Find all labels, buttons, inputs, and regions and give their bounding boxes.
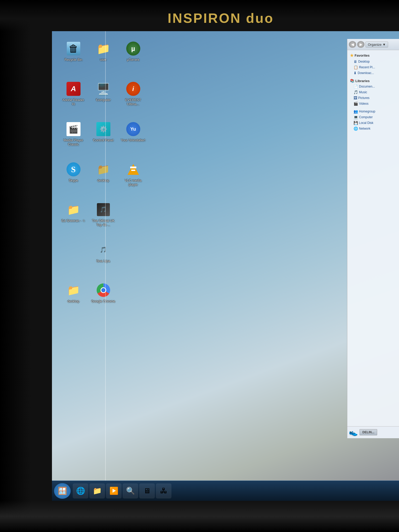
skype-icon: S — [66, 162, 81, 177]
desktop-icon-recycle-bin[interactable]: Recycle Bin — [60, 39, 87, 78]
everest-icon: i — [126, 81, 141, 96]
desktop-icon-control-panel[interactable]: ⚙️ Control Panel — [90, 119, 117, 158]
control-panel-icon: ⚙️ — [96, 122, 111, 137]
media-player-classic-icon: 🎬 — [66, 122, 81, 137]
google-chrome-icon — [96, 283, 111, 298]
network-nav-icon: 🌐 — [354, 127, 358, 131]
nav-desktop[interactable]: 🖥 Desktop — [349, 59, 397, 64]
taskbar-network-button[interactable]: 🖧 — [156, 483, 171, 498]
utorrent-label: µTorrent — [127, 58, 139, 62]
recycle-bin-icon — [66, 41, 81, 56]
downloads-nav-icon: ⬇ — [354, 71, 357, 75]
control-panel-label: Control Panel — [93, 138, 114, 142]
ed-sheeran-label: Ed Sheeran - ☆ — [61, 219, 85, 223]
taskbar-search-button[interactable]: 🔍 — [123, 483, 138, 498]
desktop-icon-desktop2[interactable]: 📁 desktop — [60, 281, 87, 320]
desktop-icon-grid: Recycle Bin 📁 user µ µTorrent — [55, 36, 275, 322]
desktop-icon-skype[interactable]: S Skype — [60, 160, 87, 199]
your-uninstaller-icon: Yu — [126, 122, 141, 137]
organize-button[interactable]: Organize ▼ — [365, 42, 388, 48]
vlc-icon — [126, 162, 141, 177]
start-button[interactable]: 🪟 — [54, 483, 71, 499]
taskbar-ie-button[interactable]: 🌐 — [73, 483, 88, 498]
desktop-icon-utorrent[interactable]: µ µTorrent — [119, 39, 147, 78]
taskbar: 🪟 🌐 📁 ▶️ 🔍 🖥 🖧 — [52, 481, 399, 501]
explorer-toolbar: ◀ ▶ Organize ▼ — [347, 39, 399, 50]
user-folder-icon: 📁 — [96, 41, 111, 56]
desktop-icon-uk-top-40[interactable]: 🎵 The Official UK Top 40 ... — [90, 200, 117, 239]
laptop-bezel: INSPIRON duo Recycle Bin 📁 — [0, 0, 399, 532]
taskbar-app5-button[interactable]: 🖥 — [139, 483, 155, 498]
laptop-left-bezel — [0, 0, 52, 532]
nav-pictures[interactable]: 🖼 Pictures — [349, 95, 397, 101]
skype-label: Skype — [69, 178, 78, 183]
favorites-header[interactable]: ★ Favorites — [349, 52, 397, 59]
desktop-icon-your-uninstaller[interactable]: Yu Your Uninstaller! — [119, 119, 147, 158]
media-player-classic-label: Media Player Classic — [61, 138, 86, 146]
utorrent-icon: µ — [126, 41, 141, 56]
nav-back-button[interactable]: ◀ — [349, 41, 356, 48]
documents-nav-icon: 📄 — [354, 84, 358, 89]
desktop-nav-icon: 🖥 — [354, 59, 357, 64]
local-disk-nav-icon: 💾 — [354, 121, 358, 125]
libraries-header[interactable]: 📚 Libraries — [349, 78, 397, 84]
desktop-icon-user[interactable]: 📁 user — [90, 39, 117, 78]
favorites-star-icon: ★ — [350, 53, 354, 58]
google-chrome-label: Google Chrome — [91, 299, 115, 303]
desktop: Recycle Bin 📁 user µ µTorrent — [52, 31, 277, 480]
nav-downloads[interactable]: ⬇ Downloac... — [349, 70, 397, 76]
desktop-icon-media-player-classic[interactable]: 🎬 Media Player Classic — [60, 119, 87, 158]
videos-nav-icon: 🎬 — [354, 102, 358, 106]
laptop-brand-text: INSPIRON duo — [168, 10, 274, 26]
nav-homegroup[interactable]: 👥 Homegroup — [349, 109, 397, 114]
desktop-icon-ed-sheeran[interactable]: 📁 Ed Sheeran - ☆ — [60, 200, 87, 239]
nav-forward-button[interactable]: ▶ — [357, 41, 364, 48]
music-nav-icon: 🎵 — [354, 90, 358, 94]
nav-local-disk[interactable]: 💾 Local Disk — [349, 120, 397, 126]
desktop2-icon: 📁 — [66, 283, 81, 298]
uk-top-40-label: The Official UK Top 40 ... — [91, 219, 116, 227]
laptop-bottom-bezel — [0, 501, 399, 532]
vlc-label: VLC media player — [121, 178, 146, 187]
screen: Recycle Bin 📁 user µ µTorrent — [52, 31, 399, 501]
desktop-icon-desktop-folder[interactable]: 📁 desktop — [90, 160, 117, 199]
your-uninstaller-label: Your Uninstaller! — [121, 138, 145, 142]
delete-button[interactable]: DELIN... — [360, 429, 377, 435]
taskbar-explorer-button[interactable]: 📁 — [89, 483, 105, 498]
dua-lipa-icon: 🎵 — [96, 242, 111, 257]
computer-nav-icon: 💻 — [354, 115, 358, 119]
recent-places-nav-icon: 📋 — [354, 65, 358, 69]
computer-icon: 🖥️ — [96, 81, 111, 96]
taskbar-media-button[interactable]: ▶️ — [106, 483, 122, 498]
desktop2-label: desktop — [68, 299, 79, 303]
nav-recent-places[interactable]: 📋 Recent Pl... — [349, 64, 397, 70]
recycle-bin-label: Recycle Bin — [64, 58, 82, 62]
libraries-icon: 📚 — [350, 79, 354, 83]
desktop-icon-computer[interactable]: 🖥️ Computer — [90, 79, 117, 118]
everest-label: EVEREST Ultima... — [121, 98, 146, 106]
explorer-bottom-bar: 👟 DELIN... — [347, 426, 399, 438]
adobe-reader-icon: A — [66, 81, 81, 96]
nav-music[interactable]: 🎵 Music — [349, 89, 397, 95]
desktop-folder-label: desktop — [97, 178, 109, 183]
desktop-icon-vlc[interactable]: VLC media player — [119, 160, 147, 199]
nav-network[interactable]: 🌐 Network — [349, 126, 397, 131]
adobe-reader-label: Adobe Reader XI — [61, 98, 86, 106]
nav-documents[interactable]: 📄 Documen... — [349, 84, 397, 89]
laptop-top-bezel: INSPIRON duo — [0, 0, 399, 31]
nav-computer[interactable]: 💻 Computer — [349, 114, 397, 120]
desktop-folder-icon: 📁 — [96, 162, 111, 177]
nav-videos[interactable]: 🎬 Videos — [349, 101, 397, 107]
desktop-icon-google-chrome[interactable]: Google Chrome — [90, 281, 117, 320]
explorer-other-section: 👥 Homegroup 💻 Computer 💾 Local Disk 🌐 Ne… — [349, 109, 397, 131]
uk-top-40-icon: 🎵 — [96, 202, 111, 217]
desktop-icon-adobe-reader[interactable]: A Adobe Reader XI — [60, 79, 87, 118]
explorer-panel: ◀ ▶ Organize ▼ ★ Favorites 🖥 Desktop — [347, 39, 399, 438]
desktop-icon-everest[interactable]: i EVEREST Ultima... — [119, 79, 147, 118]
desktop-icon-dua-lipa[interactable]: 🎵 Dua Lipa — [90, 240, 117, 279]
explorer-navigation: ★ Favorites 🖥 Desktop 📋 Recent Pl... ⬇ D… — [347, 50, 399, 426]
explorer-libraries-section: 📚 Libraries 📄 Documen... 🎵 Music 🖼 Pictu… — [349, 78, 397, 107]
dua-lipa-label: Dua Lipa — [96, 259, 110, 263]
computer-label: Computer — [96, 98, 111, 102]
user-folder-label: user — [100, 58, 107, 62]
